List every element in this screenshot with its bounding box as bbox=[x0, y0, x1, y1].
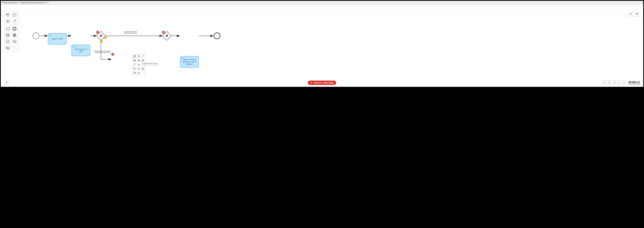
error-badge-icon[interactable]: ✕ bbox=[96, 31, 99, 34]
svg-point-33 bbox=[74, 47, 74, 48]
svg-point-56 bbox=[614, 82, 615, 83]
svg-rect-39 bbox=[138, 55, 140, 57]
svg-point-31 bbox=[50, 35, 51, 36]
task-label: Write to CSV & transfer to SFTP location bbox=[181, 59, 198, 65]
append-user-task[interactable] bbox=[137, 59, 140, 62]
svg-line-40 bbox=[143, 55, 144, 56]
svg-point-35 bbox=[182, 58, 183, 59]
bpmn-logo[interactable]: BPMN.iO bbox=[628, 81, 640, 84]
app-frame: SFSC Use Case 7 - Unlock AMS for Insuran… bbox=[0, 1, 644, 87]
error-badge-icon[interactable]: ✕ bbox=[111, 53, 114, 56]
svg-point-55 bbox=[614, 82, 615, 83]
svg-point-38 bbox=[134, 55, 136, 57]
x-icon: ✕ bbox=[310, 81, 312, 84]
svg-point-46 bbox=[142, 60, 143, 60]
zoom-out-button[interactable]: − bbox=[617, 80, 622, 85]
validation-status[interactable]: ✕ 3 Errors, 2 Warnings bbox=[308, 81, 336, 85]
gateway-merge[interactable]: ✕ bbox=[164, 33, 170, 39]
cloud-action[interactable] bbox=[137, 71, 140, 75]
connect-tool[interactable] bbox=[133, 63, 136, 66]
append-gateway[interactable] bbox=[137, 55, 140, 58]
append-end-event[interactable] bbox=[133, 55, 136, 58]
document-tab[interactable]: SFSC Use Case 7 - Unlock AMS for Insuran… bbox=[1, 1, 49, 4]
gear-icon bbox=[49, 34, 51, 37]
task-label: Login to AMS bbox=[52, 38, 63, 40]
svg-rect-45 bbox=[142, 60, 144, 61]
task-write-csv[interactable]: Write to CSV & transfer to SFTP location bbox=[180, 56, 199, 68]
delete-button[interactable] bbox=[133, 67, 136, 70]
edge-label-found: Record found bbox=[124, 32, 137, 34]
search-button[interactable] bbox=[602, 80, 607, 85]
play-icon bbox=[6, 81, 8, 84]
svg-line-54 bbox=[605, 83, 606, 83]
append-text-annotation[interactable] bbox=[141, 55, 145, 58]
end-event[interactable] bbox=[214, 33, 220, 39]
zoom-in-button[interactable]: + bbox=[622, 80, 626, 85]
gear-icon bbox=[72, 46, 75, 48]
svg-point-47 bbox=[143, 60, 143, 61]
gear-icon bbox=[181, 57, 184, 60]
edit-button[interactable] bbox=[141, 67, 145, 70]
start-event[interactable] bbox=[33, 33, 40, 39]
undo-button[interactable] bbox=[137, 67, 140, 70]
edge-label-not-found: Record not found bbox=[95, 50, 110, 53]
warning-badge-icon[interactable]: ! bbox=[104, 36, 107, 39]
task-find-record[interactable]: Find Record in AMS bbox=[72, 45, 90, 56]
tab-title: SFSC Use Case 7 - Unlock AMS for Insuran… bbox=[3, 2, 47, 4]
error-badge-icon[interactable]: ✕ bbox=[162, 31, 165, 34]
bottom-toolbar: − + BPMN.iO bbox=[602, 80, 640, 85]
x-icon: ✕ bbox=[165, 34, 168, 38]
diagram: Login to AMS Find Record in AMS ✕ ✕ ! ! … bbox=[1, 5, 643, 87]
svg-point-44 bbox=[138, 60, 139, 60]
svg-point-42 bbox=[134, 60, 135, 61]
task-label: Find Record in AMS bbox=[73, 48, 89, 53]
tab-bar: SFSC Use Case 7 - Unlock AMS for Insuran… bbox=[1, 1, 643, 5]
context-pad-tooltip: Append Bot Task bbox=[141, 62, 158, 66]
minimap-button[interactable] bbox=[607, 80, 612, 85]
gateway-record-check[interactable]: ✕ bbox=[98, 33, 104, 39]
open-external-button[interactable] bbox=[133, 71, 136, 75]
canvas[interactable]: Login to AMS Find Record in AMS ✕ ✕ ! ! … bbox=[1, 5, 643, 87]
warning-badge-icon[interactable]: ! bbox=[100, 40, 103, 43]
x-icon: ✕ bbox=[99, 34, 102, 38]
svg-point-53 bbox=[604, 82, 605, 83]
fit-viewport-button[interactable] bbox=[612, 80, 617, 85]
status-text: 3 Errors, 2 Warnings bbox=[314, 81, 334, 84]
view-tools: − + bbox=[602, 80, 626, 85]
append-intermediate-event[interactable] bbox=[133, 59, 136, 62]
task-login-ams[interactable]: Login to AMS bbox=[48, 33, 67, 45]
simulate-button[interactable] bbox=[4, 80, 10, 85]
append-plus[interactable] bbox=[137, 63, 140, 66]
